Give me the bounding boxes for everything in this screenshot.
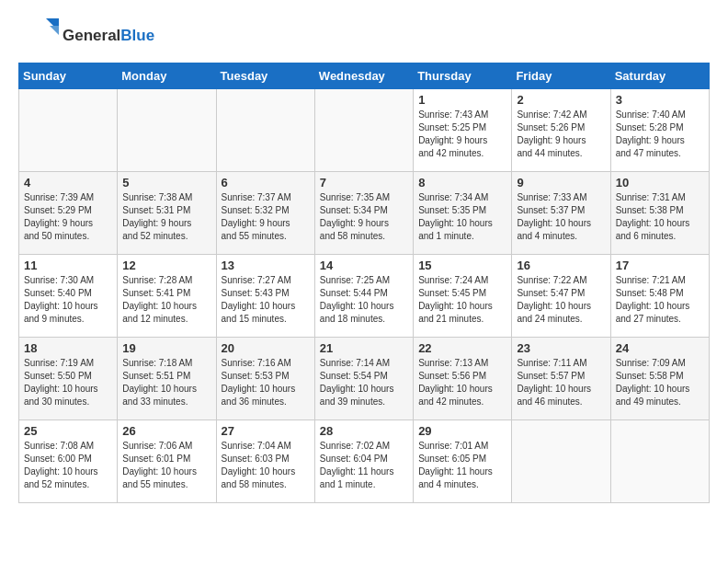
day-info: Sunrise: 7:09 AM Sunset: 5:58 PM Dayligh… (616, 357, 704, 408)
calendar-cell (216, 89, 314, 172)
calendar-cell: 12Sunrise: 7:28 AM Sunset: 5:41 PM Dayli… (118, 255, 216, 338)
day-info: Sunrise: 7:28 AM Sunset: 5:41 PM Dayligh… (122, 274, 210, 326)
day-info: Sunrise: 7:01 AM Sunset: 6:05 PM Dayligh… (418, 440, 506, 491)
calendar-cell: 4Sunrise: 7:39 AM Sunset: 5:29 PM Daylig… (19, 172, 118, 255)
day-info: Sunrise: 7:08 AM Sunset: 6:00 PM Dayligh… (24, 440, 112, 491)
calendar-cell: 29Sunrise: 7:01 AM Sunset: 6:05 PM Dayli… (414, 420, 512, 503)
calendar-cell: 25Sunrise: 7:08 AM Sunset: 6:00 PM Dayli… (19, 420, 118, 503)
logo-blue-text: Blue (120, 27, 154, 44)
day-info: Sunrise: 7:25 AM Sunset: 5:44 PM Dayligh… (320, 274, 408, 326)
calendar-cell: 1Sunrise: 7:43 AM Sunset: 5:25 PM Daylig… (414, 89, 512, 172)
day-info: Sunrise: 7:16 AM Sunset: 5:53 PM Dayligh… (222, 357, 310, 408)
day-number: 8 (418, 176, 506, 190)
calendar-day-header: Sunday (19, 63, 118, 89)
day-number: 1 (418, 93, 506, 107)
calendar-cell (19, 89, 118, 172)
calendar-cell: 27Sunrise: 7:04 AM Sunset: 6:03 PM Dayli… (216, 420, 314, 503)
day-info: Sunrise: 7:14 AM Sunset: 5:54 PM Dayligh… (320, 357, 408, 408)
day-number: 25 (24, 424, 112, 438)
logo: GeneralBlue (18, 18, 154, 53)
day-info: Sunrise: 7:27 AM Sunset: 5:43 PM Dayligh… (222, 274, 310, 326)
calendar-day-header: Thursday (414, 63, 512, 89)
calendar-cell: 26Sunrise: 7:06 AM Sunset: 6:01 PM Dayli… (118, 420, 216, 503)
day-number: 20 (222, 341, 310, 355)
logo-text-group: GeneralBlue (63, 28, 154, 45)
day-number: 2 (517, 93, 605, 107)
day-number: 16 (517, 259, 605, 272)
calendar-cell: 13Sunrise: 7:27 AM Sunset: 5:43 PM Dayli… (216, 255, 314, 338)
calendar-cell: 14Sunrise: 7:25 AM Sunset: 5:44 PM Dayli… (314, 255, 413, 338)
calendar-week-row: 18Sunrise: 7:19 AM Sunset: 5:50 PM Dayli… (19, 338, 710, 420)
calendar-cell: 24Sunrise: 7:09 AM Sunset: 5:58 PM Dayli… (610, 338, 709, 420)
day-info: Sunrise: 7:22 AM Sunset: 5:47 PM Dayligh… (517, 274, 605, 326)
day-number: 10 (616, 176, 704, 190)
calendar-cell: 9Sunrise: 7:33 AM Sunset: 5:37 PM Daylig… (512, 172, 610, 255)
svg-marker-1 (50, 26, 59, 35)
day-number: 6 (222, 176, 310, 190)
day-info: Sunrise: 7:40 AM Sunset: 5:28 PM Dayligh… (616, 109, 704, 160)
day-number: 5 (122, 176, 210, 190)
day-info: Sunrise: 7:21 AM Sunset: 5:48 PM Dayligh… (616, 274, 704, 326)
day-number: 19 (122, 341, 210, 355)
day-info: Sunrise: 7:06 AM Sunset: 6:01 PM Dayligh… (122, 440, 210, 491)
day-number: 3 (616, 93, 704, 107)
day-info: Sunrise: 7:31 AM Sunset: 5:38 PM Dayligh… (616, 191, 704, 243)
calendar-cell (314, 89, 413, 172)
day-number: 24 (616, 341, 704, 355)
calendar-week-row: 11Sunrise: 7:30 AM Sunset: 5:40 PM Dayli… (19, 255, 710, 338)
day-number: 22 (418, 341, 506, 355)
day-info: Sunrise: 7:11 AM Sunset: 5:57 PM Dayligh… (517, 357, 605, 408)
day-info: Sunrise: 7:35 AM Sunset: 5:34 PM Dayligh… (320, 191, 408, 243)
day-number: 14 (320, 259, 408, 272)
day-info: Sunrise: 7:13 AM Sunset: 5:56 PM Dayligh… (418, 357, 506, 408)
calendar-table: SundayMondayTuesdayWednesdayThursdayFrid… (18, 63, 710, 503)
calendar-cell: 20Sunrise: 7:16 AM Sunset: 5:53 PM Dayli… (216, 338, 314, 420)
calendar-cell (610, 420, 709, 503)
calendar-cell: 15Sunrise: 7:24 AM Sunset: 5:45 PM Dayli… (414, 255, 512, 338)
day-info: Sunrise: 7:02 AM Sunset: 6:04 PM Dayligh… (320, 440, 408, 491)
calendar-cell: 10Sunrise: 7:31 AM Sunset: 5:38 PM Dayli… (610, 172, 709, 255)
calendar-cell (512, 420, 610, 503)
day-number: 28 (320, 424, 408, 438)
calendar-cell: 8Sunrise: 7:34 AM Sunset: 5:35 PM Daylig… (414, 172, 512, 255)
calendar-cell: 22Sunrise: 7:13 AM Sunset: 5:56 PM Dayli… (414, 338, 512, 420)
day-info: Sunrise: 7:33 AM Sunset: 5:37 PM Dayligh… (517, 191, 605, 243)
calendar-cell: 19Sunrise: 7:18 AM Sunset: 5:51 PM Dayli… (118, 338, 216, 420)
calendar-cell: 6Sunrise: 7:37 AM Sunset: 5:32 PM Daylig… (216, 172, 314, 255)
day-number: 18 (24, 341, 112, 355)
day-info: Sunrise: 7:19 AM Sunset: 5:50 PM Dayligh… (24, 357, 112, 408)
day-number: 27 (222, 424, 310, 438)
day-number: 17 (616, 259, 704, 272)
day-number: 9 (517, 176, 605, 190)
calendar-cell (118, 89, 216, 172)
day-number: 11 (24, 259, 112, 272)
calendar-header-row: SundayMondayTuesdayWednesdayThursdayFrid… (19, 63, 710, 89)
calendar-cell: 23Sunrise: 7:11 AM Sunset: 5:57 PM Dayli… (512, 338, 610, 420)
day-info: Sunrise: 7:43 AM Sunset: 5:25 PM Dayligh… (418, 109, 506, 160)
day-number: 23 (517, 341, 605, 355)
calendar-day-header: Saturday (610, 63, 709, 89)
calendar-day-header: Friday (512, 63, 610, 89)
calendar-cell: 5Sunrise: 7:38 AM Sunset: 5:31 PM Daylig… (118, 172, 216, 255)
calendar-cell: 3Sunrise: 7:40 AM Sunset: 5:28 PM Daylig… (610, 89, 709, 172)
day-number: 13 (222, 259, 310, 272)
calendar-cell: 7Sunrise: 7:35 AM Sunset: 5:34 PM Daylig… (314, 172, 413, 255)
day-number: 21 (320, 341, 408, 355)
day-info: Sunrise: 7:24 AM Sunset: 5:45 PM Dayligh… (418, 274, 506, 326)
day-info: Sunrise: 7:30 AM Sunset: 5:40 PM Dayligh… (24, 274, 112, 326)
calendar-day-header: Tuesday (216, 63, 314, 89)
calendar-cell: 18Sunrise: 7:19 AM Sunset: 5:50 PM Dayli… (19, 338, 118, 420)
day-info: Sunrise: 7:38 AM Sunset: 5:31 PM Dayligh… (122, 191, 210, 243)
logo-svg (18, 18, 59, 53)
calendar-cell: 28Sunrise: 7:02 AM Sunset: 6:04 PM Dayli… (314, 420, 413, 503)
day-info: Sunrise: 7:37 AM Sunset: 5:32 PM Dayligh… (222, 191, 310, 243)
calendar-week-row: 25Sunrise: 7:08 AM Sunset: 6:00 PM Dayli… (19, 420, 710, 503)
logo-general-text: General (63, 27, 120, 44)
day-info: Sunrise: 7:18 AM Sunset: 5:51 PM Dayligh… (122, 357, 210, 408)
day-number: 29 (418, 424, 506, 438)
day-info: Sunrise: 7:39 AM Sunset: 5:29 PM Dayligh… (24, 191, 112, 243)
day-number: 12 (122, 259, 210, 272)
day-number: 7 (320, 176, 408, 190)
calendar-day-header: Monday (118, 63, 216, 89)
calendar-week-row: 1Sunrise: 7:43 AM Sunset: 5:25 PM Daylig… (19, 89, 710, 172)
